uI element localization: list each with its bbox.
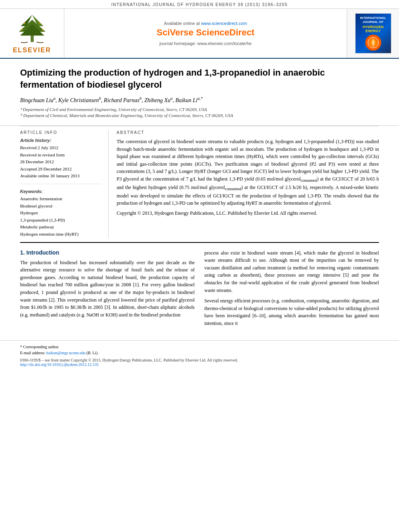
journal-cover-area: InternationalJournal of HYDROGENENERGY [347,9,399,58]
journal-cover-title-line1: InternationalJournal of [360,16,386,24]
journal-homepage: journal homepage: www.elsevier.com/locat… [159,41,251,46]
svg-point-8 [42,29,43,31]
sciencedirect-url[interactable]: www.sciencedirect.com [201,21,247,26]
available-online-date: Available online 30 January 2013 [20,173,102,180]
elsevier-label: ELSEVIER [13,47,51,54]
keyword-1: Anaerobic fermentation [20,195,102,203]
abstract-header: ABSTRACT [117,130,379,135]
journal-cover-image: InternationalJournal of HYDROGENENERGY [355,13,391,53]
elsevier-logo-area: ELSEVIER [0,9,64,58]
journal-bar: INTERNATIONAL JOURNAL OF HYDROGEN ENERGY… [0,0,399,9]
keyword-3: Hydrogen [20,210,102,217]
article-title-section: Optimizing the production of hydrogen an… [0,59,399,126]
footer-area: * Corresponding author. E-mail address: … [0,340,399,370]
main-right-column: process also exist in biodiesel waste st… [204,249,379,331]
received-revised-date: 28 December 2012 [20,158,102,166]
journal-cover-title-line2: HYDROGENENERGY [362,25,383,33]
svg-point-5 [24,23,25,24]
journal-cover-decoration [365,35,381,51]
email-footnote: E-mail address: baikun@engr.uconn.edu (B… [20,350,379,356]
doi-line: http://dx.doi.org/10.1016/j.ijhydene.201… [20,362,379,367]
article-info-header: ARTICLE INFO [20,130,102,135]
article-title: Optimizing the production of hydrogen an… [20,67,379,90]
introduction-paragraph-2: process also exist in biodiesel waste st… [204,249,379,294]
introduction-paragraph-3: Several energy efficient processes (e.g.… [204,297,379,327]
header-center: Available online at www.sciencedirect.co… [64,9,347,58]
sciverse-text: SciVerse [156,27,196,37]
affiliation-a: ᵃ Department of Civil and Environmental … [20,107,379,112]
article-info-column: ARTICLE INFO Article history: Received 2… [20,130,109,238]
author-email[interactable]: baikun@engr.uconn.edu [46,351,86,355]
abstract-paragraph-1: The conversion of glycerol in biodiesel … [117,138,379,207]
svg-point-6 [39,23,40,24]
abstract-text: The conversion of glycerol in biodiesel … [117,138,379,217]
abstract-copyright: Copyright © 2013, Hydrogen Energy Public… [117,210,379,217]
keywords-label: Keywords: [20,189,102,194]
keyword-6: Hydrogen retention time (HyRT) [20,231,102,238]
journal-bar-text: INTERNATIONAL JOURNAL OF HYDROGEN ENERGY… [111,2,288,7]
corresponding-author-note: * Corresponding author. [20,344,379,350]
sciverse-logo: SciVerse ScienceDirect [156,27,254,38]
elsevier-tree-icon [12,13,52,45]
keyword-5: Metabolic pathway [20,224,102,231]
article-history-group: Article history: Received 2 July 2012 Re… [20,138,102,184]
article-authors: Bingchuan Liua, Kyle Christiansenb, Rich… [20,96,379,104]
introduction-title: 1. Introduction [20,249,195,256]
cover-circle-icon [367,37,379,49]
available-online-text: Available online at www.sciencedirect.co… [164,21,247,26]
affiliation-b: ᵇ Department of Chemical, Materials and … [20,113,379,118]
header-area: ELSEVIER Available online at www.science… [0,9,399,59]
main-content-section: 1. Introduction The production of biodie… [0,243,399,337]
accepted-date: Accepted 29 December 2012 [20,166,102,173]
article-info-abstract-section: ARTICLE INFO Article history: Received 2… [0,126,399,242]
keyword-2: Biodiesel glycerol [20,203,102,210]
received-date: Received 2 July 2012 [20,144,102,152]
abstract-column: ABSTRACT The conversion of glycerol in b… [117,130,379,238]
keyword-4: 1,3-propanediol (1,3-PD) [20,217,102,224]
keywords-group: Keywords: Anaerobic fermentation Biodies… [20,189,102,238]
main-left-column: 1. Introduction The production of biodie… [20,249,195,331]
sciencedirect-text: ScienceDirect [196,27,255,37]
issn-line: 0360-3199/$ – see front matter Copyright… [20,358,379,362]
introduction-paragraph-1: The production of biodiesel has increase… [20,259,195,319]
doi-link[interactable]: http://dx.doi.org/10.1016/j.ijhydene.201… [20,362,99,367]
received-revised-label: Received in revised form [20,152,102,159]
svg-point-7 [21,29,22,31]
article-history-label: Article history: [20,138,102,143]
